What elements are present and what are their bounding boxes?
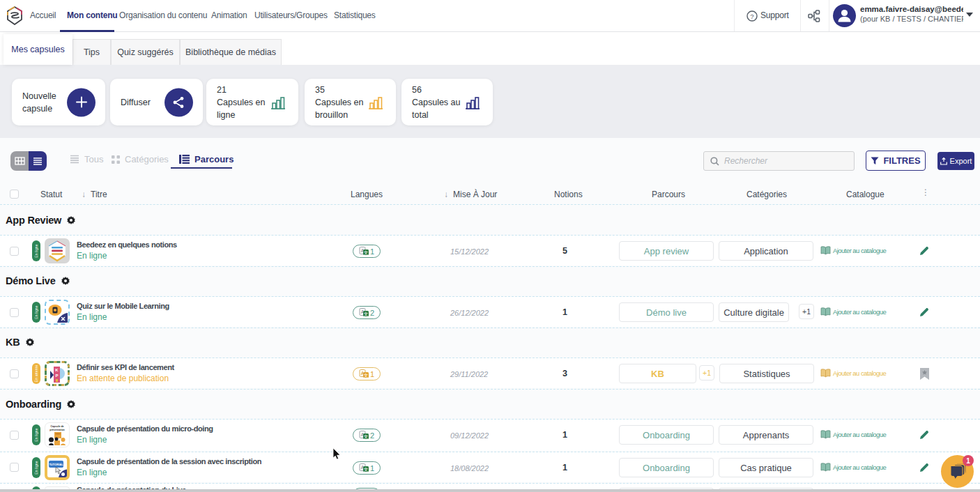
svg-text:présentation: présentation [49, 429, 65, 431]
svg-text:文: 文 [364, 312, 369, 316]
svg-text:TUTORIAL: TUTORIAL [49, 463, 63, 466]
svg-text:K: K [55, 368, 59, 372]
svg-text:Capsule de: Capsule de [50, 425, 63, 428]
svg-text:?: ? [750, 13, 753, 20]
svg-text:文: 文 [364, 434, 369, 439]
svg-text:P: P [55, 374, 58, 378]
svg-text:文: 文 [364, 250, 369, 255]
svg-text:文: 文 [364, 467, 369, 472]
svg-text:文: 文 [364, 373, 369, 378]
